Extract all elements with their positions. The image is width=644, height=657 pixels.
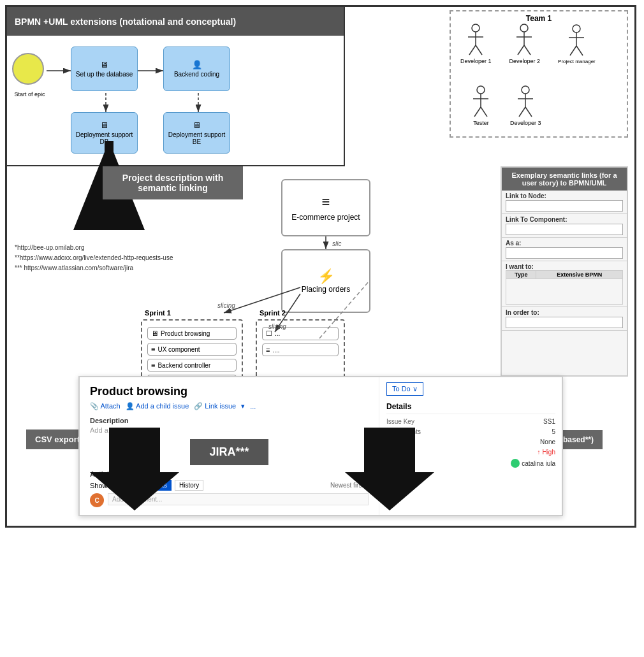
sprint1-story-1: 🖥 Product browsing (147, 327, 237, 340)
semantic-box-text: Project description with semantic linkin… (122, 173, 224, 193)
svg-line-23 (524, 45, 531, 55)
team-bottom-row: Tester Developer 3 (470, 85, 541, 126)
sem-field-link-node: Link to Node: (502, 191, 627, 214)
jira-button[interactable]: JIRA*** (190, 439, 268, 465)
stickman-dev2: Developer 2 (509, 23, 541, 64)
story2-label: UX component (157, 346, 200, 353)
tab-history[interactable]: History (175, 480, 203, 491)
stickman-pm: Project manager (558, 24, 596, 64)
deploy-db-icon: 🖥 (100, 120, 108, 130)
dev2-label: Developer 2 (509, 58, 541, 64)
sprint2-story2-label: .... (272, 347, 279, 354)
story1-icon: 🖥 (151, 329, 158, 337)
svg-line-17 (469, 45, 476, 55)
priority-value: ↑ High (537, 449, 555, 456)
description-placeholder[interactable]: Add a description... (90, 426, 369, 434)
detail-story-points: Story Points 5 (386, 428, 555, 435)
newest-label: Newest first ↓ (330, 482, 369, 489)
sprint1-story-2: ≡ UX component (147, 343, 237, 356)
story2-icon: ≡ (151, 345, 155, 353)
svg-line-18 (476, 45, 482, 55)
sprint2-stories: ☐ ... ≡ .... (257, 321, 344, 366)
start-label: Start of epic (9, 91, 50, 97)
svg-point-29 (477, 86, 485, 94)
sprint2-story1-icon: ☐ (266, 329, 272, 338)
jira-left-panel: Product browsing 📎 Attach 👤 Add a child … (80, 377, 379, 515)
svg-line-28 (576, 46, 583, 55)
dev1-label: Developer 1 (460, 58, 492, 64)
detail-assignee: Assignee catalina iula (386, 459, 555, 468)
placing-orders-box: ⚡ Placing orders (281, 249, 370, 313)
sem-link-component-input[interactable] (506, 224, 623, 235)
description-label: Description (90, 417, 369, 424)
sem-as-a-input[interactable] (506, 247, 623, 259)
detail-issue-key: Issue Key SS1 (386, 418, 555, 425)
sprint2-story1-label: ... (275, 330, 280, 337)
user-avatar: C (90, 493, 104, 507)
stickman-tester: Tester (470, 85, 492, 126)
semantic-box: Project description with semantic linkin… (103, 166, 243, 199)
team-box: Team 1 Developer 1 (450, 10, 628, 138)
attach-btn[interactable]: 📎 Attach (90, 402, 121, 410)
sprint1-label: Sprint 1 (145, 309, 171, 317)
jira-right-panel: To Do ∨ Details Issue Key SS1 Story Poin… (380, 377, 562, 515)
sprint1-story-3: ≡ Backend controller (147, 359, 237, 372)
more-btn[interactable]: ... (250, 403, 256, 410)
team-label: Team 1 (526, 14, 552, 23)
priority-label: Priority (386, 449, 406, 456)
link-issue-btn[interactable]: 🔗 Link issue (194, 402, 236, 410)
due-date-value: None (540, 438, 555, 445)
sem-in-order-label: In order to: (506, 309, 623, 316)
deploy-be-icon: 🖥 (193, 120, 201, 130)
story1-label: Product browsing (161, 330, 210, 337)
issue-key-value: SS1 (543, 418, 555, 425)
story-points-value: 5 (552, 428, 555, 435)
lightning-icon: ⚡ (318, 268, 335, 285)
sem-field-i-want: I want to: Type Extensive BPMN (502, 261, 627, 307)
ref-line3: *** https://www.atlassian.com/software/j… (15, 263, 173, 273)
sprint2-story2-icon: ≡ (266, 346, 270, 354)
db-icon: 🖥 (100, 60, 108, 69)
svg-line-37 (519, 107, 525, 117)
backend-icon: 👤 (192, 60, 202, 69)
details-header: Details (386, 402, 555, 414)
sem-in-order-input[interactable] (506, 317, 623, 328)
pm-label: Project manager (558, 59, 596, 64)
jira-title: Product browsing (90, 385, 369, 398)
sem-as-a-label: As a: (506, 240, 623, 247)
svg-line-22 (518, 45, 524, 55)
semantic-links-panel: Exemplary semantic links (for a user sto… (501, 166, 628, 377)
ref-line2: **https://www.adoxx.org/live/extended-ht… (15, 253, 173, 263)
ecommerce-box: ≡ E-commerce project (281, 179, 370, 236)
priority-arrow-icon: ↑ (537, 449, 540, 456)
sem-field-as-a: As a: (502, 238, 627, 261)
comment-input[interactable]: Add a comment... (108, 493, 369, 505)
svg-text:slic: slic (332, 240, 341, 247)
child-issue-btn[interactable]: 👤 Add a child issue (126, 402, 189, 410)
svg-line-32 (474, 107, 481, 117)
svg-line-33 (481, 107, 487, 117)
sem-i-want-table: Type Extensive BPMN (506, 270, 623, 305)
jira-activity: Activity Show: All Comments History Newe… (90, 470, 369, 507)
ecommerce-icon: ≡ (322, 194, 330, 210)
ecommerce-label: E-commerce project (291, 213, 360, 222)
bpmn-task-deploy-be: 🖥 Deployment support BE (163, 112, 230, 154)
assignee-label: Assignee (386, 460, 413, 467)
svg-point-34 (522, 86, 529, 94)
tab-comments[interactable]: Comments (132, 480, 172, 491)
sem-field-in-order: In order to: (502, 307, 627, 331)
sprint2-story-2: ≡ .... (262, 343, 339, 356)
detail-due-date: Due date None (386, 438, 555, 445)
assignee-avatar (511, 459, 520, 468)
bpmn-diagram: Start of epic 🖥 Set up the database 👤 Ba… (7, 7, 345, 166)
todo-button[interactable]: To Do ∨ (386, 382, 423, 396)
team-top-row: Developer 1 Developer 2 (460, 23, 596, 64)
tab-all[interactable]: All (113, 480, 129, 491)
sem-link-component-label: Link To Component: (506, 216, 623, 223)
sem-link-node-input[interactable] (506, 200, 623, 212)
svg-line-38 (525, 107, 532, 117)
story3-icon: ≡ (151, 361, 155, 369)
dropdown-btn[interactable]: ▾ (241, 402, 245, 410)
references: *http://bee-up.omilab.org **https://www.… (15, 243, 173, 273)
svg-text:slicing: slicing (217, 302, 235, 309)
